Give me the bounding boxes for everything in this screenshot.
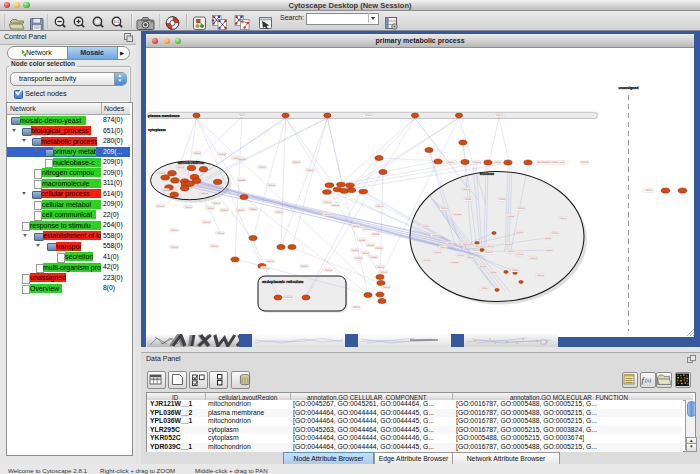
svg-text:Ybr012: Ybr012 (431, 234, 439, 237)
svg-text:Ybr012: Ybr012 (372, 233, 380, 236)
svg-text:Ybr012: Ybr012 (193, 152, 201, 155)
svg-text:Ybr012: Ybr012 (495, 114, 503, 117)
svg-text:Ybr012: Ybr012 (559, 217, 567, 220)
svg-text:Ybr012: Ybr012 (507, 215, 515, 218)
svg-text:Ybr012: Ybr012 (284, 296, 292, 299)
svg-text:Ybr012: Ybr012 (300, 265, 308, 268)
svg-text:Ybr012: Ybr012 (464, 198, 472, 201)
svg-text:Ybr012: Ybr012 (331, 204, 339, 207)
svg-text:Ybr012: Ybr012 (462, 188, 470, 191)
svg-text:Ybr012: Ybr012 (363, 228, 371, 231)
svg-text:Ybr012: Ybr012 (382, 286, 390, 289)
svg-text:Ybr012: Ybr012 (238, 158, 246, 161)
svg-text:unassigned: unassigned (619, 86, 639, 90)
svg-text:Ybr012: Ybr012 (454, 213, 462, 216)
svg-text:Ybr012: Ybr012 (323, 201, 331, 204)
svg-text:Ybr012: Ybr012 (184, 206, 192, 209)
svg-text:(x): (x) (645, 378, 651, 384)
svg-text:Ybr012: Ybr012 (261, 267, 269, 270)
svg-text:Ybr012: Ybr012 (517, 207, 525, 210)
svg-text:Ybr012: Ybr012 (536, 274, 544, 277)
svg-text:Ybr012: Ybr012 (170, 229, 178, 232)
svg-text:Ybr012: Ybr012 (494, 161, 502, 164)
svg-text:Ybr012: Ybr012 (446, 242, 454, 245)
svg-text:Ybr012: Ybr012 (220, 209, 228, 212)
svg-text:Ybr012: Ybr012 (218, 153, 226, 156)
svg-text:Ybr012: Ybr012 (206, 207, 214, 210)
svg-text:1:1: 1:1 (114, 19, 120, 24)
svg-text:Ybr012: Ybr012 (474, 245, 482, 248)
svg-text:Ybr012: Ybr012 (375, 205, 383, 208)
svg-text:Ybr012: Ybr012 (486, 245, 494, 248)
svg-text:Ybr012: Ybr012 (361, 252, 369, 255)
svg-text:Ybr012: Ybr012 (210, 245, 218, 248)
svg-text:Ybr012: Ybr012 (423, 259, 431, 262)
svg-text:Ybr012: Ybr012 (358, 239, 366, 242)
svg-text:Ybr012: Ybr012 (379, 271, 387, 274)
svg-text:Ybr012: Ybr012 (504, 243, 512, 246)
svg-text:Ybr012: Ybr012 (352, 225, 360, 228)
svg-text:Ybr012: Ybr012 (258, 166, 266, 169)
svg-text:Ybr012: Ybr012 (516, 253, 524, 256)
svg-text:Ybr012: Ybr012 (236, 209, 244, 212)
svg-text:Ybr012: Ybr012 (367, 244, 375, 247)
svg-text:Ybr012: Ybr012 (267, 184, 275, 187)
svg-text:Ybr012: Ybr012 (529, 257, 537, 260)
svg-text:Ybr012: Ybr012 (375, 247, 383, 250)
svg-text:Ybr012: Ybr012 (551, 232, 559, 235)
svg-text:Ybr012: Ybr012 (473, 161, 481, 164)
svg-text:Ybr012: Ybr012 (581, 161, 589, 164)
svg-text:Ybr012: Ybr012 (376, 266, 384, 269)
svg-text:Ybr012: Ybr012 (355, 257, 363, 260)
svg-text:Ybr012: Ybr012 (351, 249, 359, 252)
svg-text:Ybr012: Ybr012 (456, 254, 464, 257)
svg-text:Ybr012: Ybr012 (202, 221, 210, 224)
svg-text:Ybr012: Ybr012 (479, 265, 487, 268)
svg-text:Ybr012: Ybr012 (324, 269, 332, 272)
svg-text:Ybr012: Ybr012 (544, 237, 552, 240)
svg-text:Ybr012: Ybr012 (451, 261, 459, 264)
svg-text:Ybr012: Ybr012 (489, 271, 497, 274)
svg-text:Ybr012: Ybr012 (216, 232, 224, 235)
svg-text:nucleus: nucleus (480, 172, 494, 176)
svg-text:mitochondrion: mitochondrion (178, 161, 205, 165)
svg-text:plasma membrane: plasma membrane (148, 114, 180, 118)
svg-text:Ybr012: Ybr012 (292, 161, 300, 164)
svg-text:Ybr012: Ybr012 (480, 287, 488, 290)
svg-text:endoplasmic reticulum: endoplasmic reticulum (262, 280, 304, 284)
svg-text:Ybr012: Ybr012 (266, 260, 274, 263)
svg-text:Ybr012: Ybr012 (157, 172, 165, 175)
svg-text:Ybr012: Ybr012 (498, 198, 506, 201)
svg-text:Ybr012: Ybr012 (275, 211, 283, 214)
svg-text:Ybr012: Ybr012 (249, 208, 257, 211)
svg-text:Ybr012: Ybr012 (462, 243, 470, 246)
svg-text:Ybr012: Ybr012 (352, 306, 360, 309)
svg-text:Ybr012: Ybr012 (370, 256, 378, 259)
svg-text:Ybr012: Ybr012 (433, 251, 441, 254)
svg-text:Ybr012: Ybr012 (323, 213, 331, 216)
svg-text:Ybr012: Ybr012 (645, 189, 653, 192)
svg-text:Ybr012: Ybr012 (212, 202, 220, 205)
svg-text:Ybr012: Ybr012 (446, 161, 454, 164)
svg-text:Ybr012: Ybr012 (507, 250, 515, 253)
svg-text:Ybr012: Ybr012 (511, 269, 519, 272)
svg-text:Ybr012: Ybr012 (516, 231, 524, 234)
svg-text:Ybr012: Ybr012 (466, 256, 474, 259)
svg-text:Ybr012: Ybr012 (421, 225, 429, 228)
svg-text:GO:0044464 cellular_comp: GO:0044464 cellular_comp (537, 161, 566, 164)
svg-text:Ybr012: Ybr012 (162, 189, 170, 192)
svg-text:Ybr012: Ybr012 (170, 246, 178, 249)
svg-text:Ybr012: Ybr012 (440, 207, 448, 210)
svg-text:Ybr012: Ybr012 (238, 179, 246, 182)
svg-text:Ybr012: Ybr012 (364, 114, 372, 117)
svg-text:Ybr012: Ybr012 (200, 192, 208, 195)
svg-text:cytoplasm: cytoplasm (148, 128, 166, 132)
svg-text:Ybr012: Ybr012 (156, 205, 164, 208)
svg-text:Ybr012: Ybr012 (471, 249, 479, 252)
svg-text:Ybr012: Ybr012 (439, 246, 447, 249)
svg-text:Ybr012: Ybr012 (545, 249, 553, 252)
svg-text:Ybr012: Ybr012 (484, 251, 492, 254)
svg-text:Ybr012: Ybr012 (176, 166, 184, 169)
svg-text:Ybr012: Ybr012 (238, 114, 246, 117)
svg-text:Ybr012: Ybr012 (306, 169, 314, 172)
